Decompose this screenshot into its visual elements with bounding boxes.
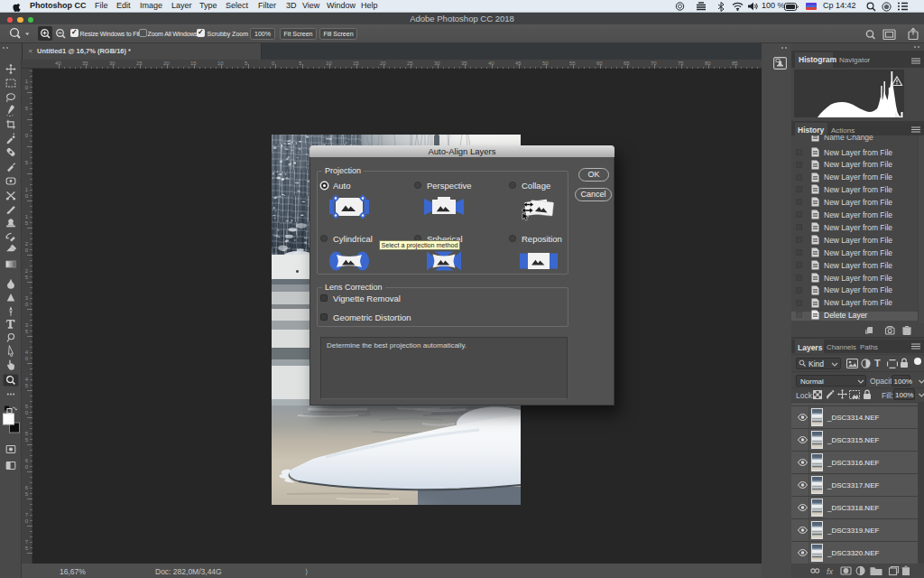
svg-text:fx: fx (827, 567, 834, 576)
